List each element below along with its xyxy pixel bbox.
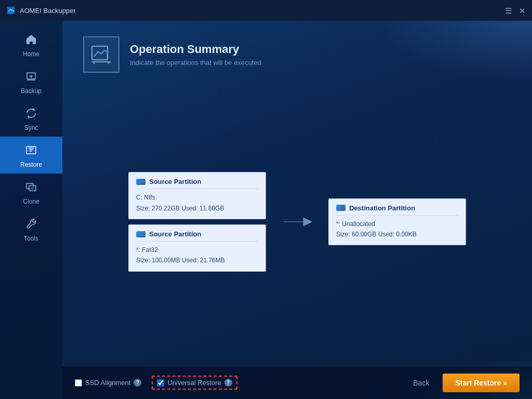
partition-icon-1 bbox=[136, 179, 145, 185]
backup-icon bbox=[25, 70, 37, 85]
sidebar-backup-label: Backup bbox=[21, 87, 42, 95]
universal-restore-label: Universal Restore bbox=[167, 379, 221, 387]
bottom-bar-left: SSD Alignment ? Universal Restore ? bbox=[75, 376, 237, 390]
source-partition-body-1: C: Ntfs Size: 270.22GB Used: 11.80GB bbox=[136, 192, 258, 214]
source-partition-line1-2: *: Fat32 bbox=[136, 245, 258, 255]
sidebar-restore-label: Restore bbox=[20, 161, 42, 168]
arrow-container bbox=[282, 211, 313, 232]
back-button[interactable]: Back bbox=[408, 376, 434, 390]
close-button[interactable]: ✕ bbox=[519, 7, 526, 15]
destination-partition-line2: Size: 60.00GB Used: 0.00KB bbox=[336, 229, 458, 240]
sidebar: Home Backup Sync bbox=[0, 21, 62, 399]
app-title: AOMEI Backupper bbox=[20, 7, 76, 15]
source-partition-label-1: Source Partition bbox=[149, 178, 201, 185]
start-restore-button[interactable]: Start Restore » bbox=[443, 374, 520, 392]
source-partition-header-2: Source Partition bbox=[136, 230, 258, 242]
ssd-alignment-checkbox-item[interactable]: SSD Alignment ? bbox=[75, 379, 141, 387]
main-layout: Home Backup Sync bbox=[0, 21, 532, 399]
source-column: Source Partition C: Ntfs Size: 270.22GB … bbox=[128, 172, 266, 272]
sync-icon bbox=[25, 107, 37, 122]
source-partition-body-2: *: Fat32 Size: 100.00MB Used: 21.76MB bbox=[136, 245, 258, 266]
content-wrapper: Operation Summary Indicate the operation… bbox=[62, 21, 532, 399]
ssd-alignment-label: SSD Alignment bbox=[85, 379, 130, 387]
universal-restore-checkbox[interactable] bbox=[157, 379, 164, 387]
source-partition-header-1: Source Partition bbox=[136, 178, 258, 189]
arrow-icon bbox=[282, 211, 313, 232]
ssd-alignment-checkbox[interactable] bbox=[75, 379, 82, 387]
restore-icon bbox=[25, 144, 37, 158]
destination-partition-header: Destination Partition bbox=[336, 204, 458, 216]
sidebar-item-backup[interactable]: Backup bbox=[0, 63, 62, 100]
sidebar-tools-label: Tools bbox=[24, 235, 38, 242]
page-header-text: Operation Summary Indicate the operation… bbox=[130, 43, 263, 66]
menu-button[interactable]: ☰ bbox=[505, 7, 512, 15]
destination-partition-line1: *: Unallocated bbox=[336, 219, 458, 229]
title-bar: AOMEI Backupper ☰ ✕ bbox=[0, 0, 532, 21]
sidebar-item-restore[interactable]: Restore bbox=[0, 137, 62, 174]
home-icon bbox=[25, 33, 37, 48]
universal-restore-checkbox-item[interactable]: Universal Restore ? bbox=[157, 379, 232, 387]
bottom-bar: SSD Alignment ? Universal Restore ? Back… bbox=[62, 366, 532, 399]
operation-diagram: Source Partition C: Ntfs Size: 270.22GB … bbox=[83, 88, 511, 366]
source-partition-card-2: Source Partition *: Fat32 Size: 100.00MB… bbox=[128, 224, 266, 272]
operation-summary-icon bbox=[90, 43, 113, 66]
content-area: Operation Summary Indicate the operation… bbox=[62, 21, 532, 366]
sidebar-home-label: Home bbox=[23, 50, 39, 58]
sidebar-item-home[interactable]: Home bbox=[0, 26, 62, 63]
title-bar-left: AOMEI Backupper bbox=[6, 6, 76, 15]
universal-restore-wrapper: Universal Restore ? bbox=[152, 376, 237, 390]
source-partition-line1-1: C: Ntfs bbox=[136, 192, 258, 203]
source-partition-card-1: Source Partition C: Ntfs Size: 270.22GB … bbox=[128, 172, 266, 219]
clone-icon bbox=[25, 181, 37, 195]
svg-rect-4 bbox=[29, 185, 36, 191]
destination-partition-card: Destination Partition *: Unallocated Siz… bbox=[328, 198, 466, 246]
source-partition-line2-2: Size: 100.00MB Used: 21.76MB bbox=[136, 255, 258, 265]
sidebar-item-tools[interactable]: Tools bbox=[0, 210, 62, 247]
partition-icon-dest bbox=[336, 205, 345, 211]
sidebar-item-clone[interactable]: Clone bbox=[0, 174, 62, 210]
destination-partition-body: *: Unallocated Size: 60.00GB Used: 0.00K… bbox=[336, 219, 458, 240]
svg-rect-2 bbox=[26, 147, 36, 154]
sidebar-item-sync[interactable]: Sync bbox=[0, 100, 62, 137]
universal-restore-help-icon[interactable]: ? bbox=[224, 379, 232, 387]
partition-icon-2 bbox=[136, 231, 145, 237]
sidebar-sync-label: Sync bbox=[24, 124, 38, 131]
app-logo-icon bbox=[6, 6, 16, 15]
source-partition-label-2: Source Partition bbox=[149, 230, 201, 238]
source-partition-line2-1: Size: 270.22GB Used: 11.80GB bbox=[136, 203, 258, 214]
destination-partition-label: Destination Partition bbox=[349, 204, 415, 212]
tools-icon bbox=[25, 218, 37, 232]
title-bar-right: ☰ ✕ bbox=[505, 7, 526, 15]
page-subtitle: Indicate the operations that will be exe… bbox=[130, 59, 263, 66]
ssd-alignment-help-icon[interactable]: ? bbox=[134, 379, 141, 387]
page-header: Operation Summary Indicate the operation… bbox=[83, 36, 511, 73]
sidebar-clone-label: Clone bbox=[23, 198, 39, 205]
page-title: Operation Summary bbox=[130, 43, 263, 56]
bottom-bar-right: Back Start Restore » bbox=[408, 374, 520, 392]
page-header-icon bbox=[83, 36, 119, 73]
